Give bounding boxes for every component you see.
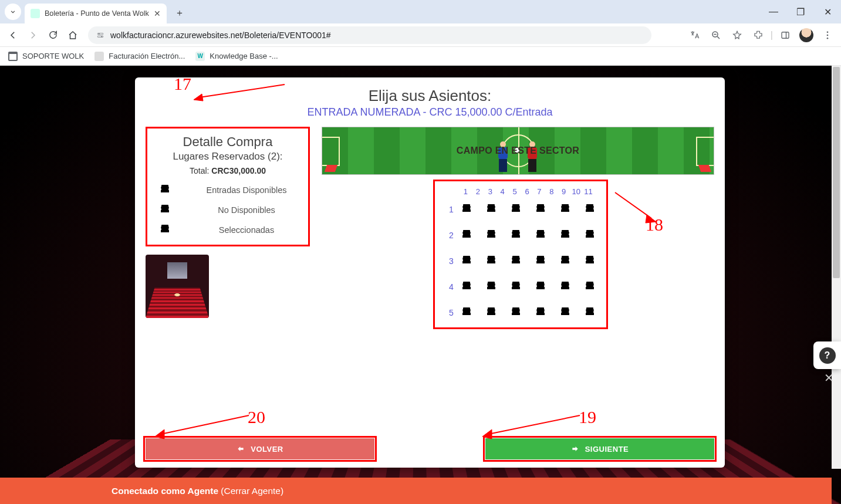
agent-status-text: Conectado como Agente [112,486,218,496]
reserved-count-label: Lugares Reservados (2): [151,151,305,163]
new-tab-button[interactable]: ＋ [171,5,188,21]
nav-reload-button[interactable] [45,27,61,43]
sidepanel-icon[interactable] [776,26,794,44]
column-label: 11 [582,187,595,196]
tab-close-button[interactable]: ✕ [154,9,161,18]
seat-avail[interactable] [485,255,497,268]
window-maximize-button[interactable]: ❐ [787,0,814,23]
seat-avail[interactable] [535,229,546,242]
seat-avail[interactable] [584,255,596,268]
legend-available: Entradas Disponibles [188,185,305,195]
nav-back-button[interactable] [5,27,21,43]
browser-tab[interactable]: Boletería - Punto de Venta Wolk ✕ [25,4,167,23]
seat-avail[interactable] [559,229,571,242]
bookmark-label: Knowledge Base -... [210,52,278,60]
column-label: 1 [460,187,472,196]
translate-icon[interactable] [686,26,704,44]
seat-avail[interactable] [584,306,596,319]
seat-avail[interactable] [584,203,596,216]
seat-sel[interactable] [485,203,497,216]
row-label: 4 [445,282,457,292]
site-icon: W [195,52,205,61]
seat-unavailable-icon [159,204,171,217]
seat-avail[interactable] [559,306,571,319]
seat-avail[interactable] [510,255,522,268]
profile-avatar[interactable] [798,26,815,44]
seat-avail[interactable] [559,280,571,293]
next-button[interactable]: SIGUIENTE [485,438,714,459]
browser-toolbar: wolkfacturacioncr.azurewebsites.net/Bole… [0,23,841,47]
agent-status-bar: Conectado como Agente (Cerrar Agente) [0,478,832,504]
column-label: 6 [521,187,533,196]
total-value: CRC30,000.00 [211,166,266,175]
svg-line-9 [200,84,285,97]
close-agent-link[interactable]: (Cerrar Agente) [221,486,283,496]
bookmark-item[interactable]: SOPORTE WOLK [8,52,84,61]
svg-line-13 [488,415,580,434]
seat-row: 4 [445,280,596,293]
seat-avail[interactable] [559,255,571,268]
seat-avail[interactable] [485,280,497,293]
browser-menu-button[interactable] [819,26,836,44]
bookmark-label: Facturación Electrón... [109,52,185,60]
seat-row: 2 [445,229,596,242]
folder-icon [8,52,18,61]
svg-rect-1 [97,36,103,37]
extensions-icon[interactable] [749,26,767,44]
tab-search-button[interactable] [5,4,21,20]
scrollbar-thumb[interactable] [833,67,840,278]
seat-row: 1 [445,203,596,216]
column-label: 4 [497,187,509,196]
seat-avail[interactable] [461,306,472,319]
seat-avail[interactable] [535,280,546,293]
svg-marker-10 [194,94,203,101]
purchase-title: Detalle Compra [151,134,305,150]
tab-favicon [31,9,40,18]
bookmark-item[interactable]: WKnowledge Base -... [195,52,278,61]
seat-avail[interactable] [535,203,546,216]
field-label: CAMPO EN ESTE SECTOR [457,146,579,156]
zoom-icon[interactable] [707,26,725,44]
help-close-button[interactable]: ✕ [824,371,834,385]
address-bar[interactable]: wolkfacturacioncr.azurewebsites.net/Bole… [88,26,651,44]
window-minimize-button[interactable]: ― [760,0,787,23]
seat-avail[interactable] [510,306,522,319]
row-label: 2 [445,231,457,240]
svg-marker-16 [155,429,164,439]
seat-avail[interactable] [461,280,472,293]
svg-point-7 [827,34,829,36]
seat-sel[interactable] [461,203,472,216]
seat-avail[interactable] [584,280,596,293]
bookmark-star-icon[interactable] [728,26,746,44]
back-button[interactable]: VOLVER [146,438,374,459]
page-viewport: Elija sus Asientos: ENTRADA NUMERADA - C… [0,66,841,504]
column-label: 2 [472,187,484,196]
seat-avail[interactable] [485,306,497,319]
seat-avail[interactable] [510,280,522,293]
field-banner: CAMPO EN ESTE SECTOR [322,127,714,175]
seat-avail[interactable] [485,229,497,242]
purchase-detail-panel: Detalle Compra Lugares Reservados (2): T… [146,127,310,246]
legend-selected: Seleccionadas [188,225,305,235]
seat-selected-icon [159,224,171,236]
seat-avail[interactable] [510,229,522,242]
seat-avail[interactable] [461,229,472,242]
next-button-label: SIGUIENTE [585,445,629,454]
nav-home-button[interactable] [65,27,81,43]
seat-avail[interactable] [461,255,472,268]
nav-forward-button[interactable] [25,27,41,43]
seat-avail[interactable] [559,203,571,216]
seat-avail[interactable] [535,306,546,319]
seat-selection-card: Elija sus Asientos: ENTRADA NUMERADA - C… [135,77,725,468]
help-button[interactable]: ? [813,341,841,369]
seat-avail[interactable] [584,229,596,242]
browser-titlebar: Boletería - Punto de Venta Wolk ✕ ＋ ― ❐ … [0,0,841,23]
seat-avail[interactable] [535,255,546,268]
svg-point-6 [827,31,829,33]
seat-avail[interactable] [510,203,522,216]
column-label: 7 [533,187,545,196]
bookmark-item[interactable]: Facturación Electrón... [94,52,185,61]
scrollbar[interactable] [832,66,841,469]
site-icon [94,52,104,61]
window-close-button[interactable]: ✕ [814,0,841,23]
